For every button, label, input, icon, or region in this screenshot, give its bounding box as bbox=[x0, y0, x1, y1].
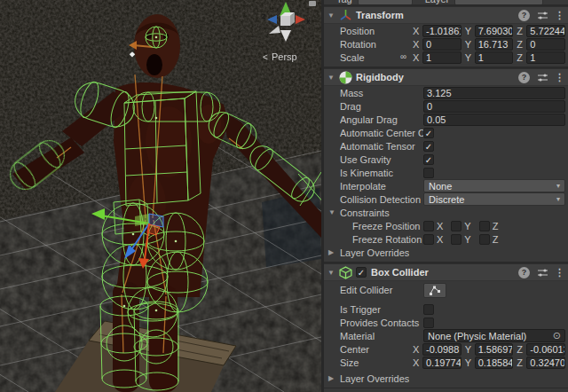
position-row: Position X-1.01861 Y7.69030 Z5.72244 bbox=[324, 24, 568, 37]
rotation-z-field[interactable]: 0 bbox=[526, 38, 565, 51]
rigidbody-header[interactable]: ▼ Rigidbody ? ⋮ bbox=[324, 68, 568, 86]
mass-row: Mass 3.125 bbox=[324, 86, 568, 99]
collision-detection-dropdown[interactable]: Discrete ▾ bbox=[423, 192, 565, 206]
is-trigger-checkbox[interactable] bbox=[423, 304, 434, 315]
edit-collider-icon bbox=[429, 285, 441, 295]
center-z-field[interactable]: -0.06013 bbox=[526, 343, 565, 356]
size-x-field[interactable]: 0.19774 bbox=[422, 357, 462, 369]
box-collider-title: Box Collider bbox=[371, 267, 429, 278]
mass-field[interactable]: 3.125 bbox=[423, 87, 565, 99]
persp-arrow-icon: < bbox=[263, 52, 268, 62]
scale-label: Scale bbox=[340, 52, 409, 63]
size-row: Size X0.19774 Y0.18584 Z0.324707 bbox=[324, 356, 568, 369]
edit-collider-button[interactable] bbox=[423, 283, 446, 298]
tag-layer-row: Tag Layer bbox=[324, 0, 568, 6]
position-label: Position bbox=[340, 26, 409, 36]
chevron-down-icon: ▾ bbox=[556, 195, 560, 203]
box-collider-header[interactable]: ▼ ✓ Box Collider ? ⋮ bbox=[324, 263, 568, 281]
menu-icon[interactable]: ⋮ bbox=[555, 72, 564, 83]
position-z-field[interactable]: 5.72244 bbox=[526, 25, 565, 37]
freeze-position-y-checkbox[interactable] bbox=[451, 221, 462, 231]
size-y-field[interactable]: 0.18584 bbox=[475, 357, 514, 369]
scale-y-field[interactable]: 1 bbox=[475, 51, 514, 64]
auto-tensor-checkbox[interactable]: ✓ bbox=[423, 141, 434, 152]
interpolate-dropdown[interactable]: None ▾ bbox=[423, 179, 565, 192]
transform-header[interactable]: ▼ Transform ? ⋮ bbox=[324, 6, 568, 24]
edit-collider-row: Edit Collider bbox=[324, 281, 568, 299]
drag-field[interactable]: 0 bbox=[423, 100, 565, 113]
box-collider-enabled-checkbox[interactable]: ✓ bbox=[356, 267, 367, 278]
use-gravity-checkbox[interactable]: ✓ bbox=[423, 154, 434, 165]
provides-contacts-checkbox[interactable] bbox=[423, 318, 434, 328]
use-gravity-row: Use Gravity ✓ bbox=[324, 153, 568, 166]
is-kinematic-row: Is Kinematic bbox=[324, 166, 568, 179]
help-icon[interactable]: ? bbox=[518, 10, 530, 21]
rigidbody-layer-overrides-foldout[interactable]: ▶ Layer Overrides bbox=[324, 246, 568, 259]
help-icon[interactable]: ? bbox=[518, 72, 530, 83]
rigidbody-icon bbox=[339, 71, 352, 84]
rotation-y-field[interactable]: 16.713 bbox=[475, 38, 514, 51]
drag-row: Drag 0 bbox=[324, 99, 568, 113]
rigidbody-foldout[interactable]: ▼ bbox=[327, 74, 339, 82]
interpolate-row: Interpolate None ▾ bbox=[324, 179, 568, 192]
chevron-down-icon: ▾ bbox=[556, 182, 560, 190]
center-row: Center X-0.0988 Y1.586974 Z-0.06013 bbox=[324, 342, 568, 356]
box-collider-foldout[interactable]: ▼ bbox=[327, 269, 339, 277]
gizmo-z-label: Z bbox=[262, 13, 266, 20]
freeze-rotation-y-checkbox[interactable] bbox=[451, 234, 462, 245]
layer-label: Layer bbox=[425, 0, 450, 4]
is-kinematic-checkbox[interactable] bbox=[423, 168, 434, 178]
material-object-field[interactable]: None (Physic Material) ⊙ bbox=[423, 329, 565, 342]
gizmo-center-cube[interactable] bbox=[280, 16, 290, 26]
menu-icon[interactable]: ⋮ bbox=[555, 10, 564, 21]
position-x-field[interactable]: -1.01861 bbox=[422, 25, 462, 37]
center-x-field[interactable]: -0.0988 bbox=[422, 343, 462, 356]
freeze-rotation-x-checkbox[interactable] bbox=[423, 234, 434, 245]
scale-z-field[interactable]: 1 bbox=[526, 51, 565, 64]
box-collider-icon bbox=[339, 266, 352, 279]
size-z-field[interactable]: 0.324707 bbox=[526, 357, 565, 369]
freeze-position-z-checkbox[interactable] bbox=[479, 221, 490, 231]
presets-icon[interactable] bbox=[537, 72, 548, 83]
unity-editor: X Z < Persp Tag Layer ▼ Transf bbox=[0, 0, 568, 392]
material-row: Material None (Physic Material) ⊙ bbox=[324, 329, 568, 342]
center-y-field[interactable]: 1.586974 bbox=[475, 343, 514, 356]
scene-view[interactable]: X Z < Persp bbox=[0, 0, 321, 392]
constraints-foldout[interactable]: ▼ Constraints bbox=[324, 206, 568, 219]
rotation-x-field[interactable]: 0 bbox=[422, 38, 462, 51]
tag-dropdown[interactable] bbox=[358, 0, 413, 5]
transform-title: Transform bbox=[356, 10, 404, 20]
menu-icon[interactable]: ⋮ bbox=[555, 267, 564, 278]
freeze-rotation-z-checkbox[interactable] bbox=[479, 234, 490, 245]
scale-x-field[interactable]: 1 bbox=[422, 51, 462, 64]
is-trigger-row: Is Trigger bbox=[324, 302, 568, 316]
object-picker-icon[interactable]: ⊙ bbox=[553, 331, 561, 341]
constrain-proportions-icon[interactable]: ∞ bbox=[400, 51, 406, 61]
presets-icon[interactable] bbox=[537, 267, 548, 278]
provides-contacts-row: Provides Contacts bbox=[324, 316, 568, 329]
box-collider-layer-overrides-foldout[interactable]: ▶ Layer Overrides bbox=[324, 372, 568, 385]
presets-icon[interactable] bbox=[537, 10, 548, 21]
transform-icon bbox=[339, 9, 352, 22]
scene-corner-icon[interactable] bbox=[309, 1, 316, 6]
auto-center-of-mass-row: Automatic Center Of Mass ✓ bbox=[324, 126, 568, 139]
angular-drag-field[interactable]: 0.05 bbox=[423, 114, 565, 126]
inspector-panel: Tag Layer ▼ Transform ? ⋮ Posit bbox=[324, 0, 568, 392]
freeze-position-x-checkbox[interactable] bbox=[423, 221, 434, 231]
rotation-label: Rotation bbox=[340, 39, 409, 50]
auto-center-of-mass-checkbox[interactable]: ✓ bbox=[423, 128, 434, 138]
freeze-position-row: Freeze Position X Y Z bbox=[324, 219, 568, 232]
persp-label[interactable]: Persp bbox=[272, 51, 297, 62]
auto-tensor-row: Automatic Tensor ✓ bbox=[324, 139, 568, 153]
angular-drag-row: Angular Drag 0.05 bbox=[324, 113, 568, 126]
tag-label: Tag bbox=[336, 0, 352, 4]
scale-row: Scale ∞ X1 Y1 Z1 bbox=[324, 51, 568, 64]
rigidbody-title: Rigidbody bbox=[356, 72, 404, 82]
gizmo-x-label: X bbox=[306, 19, 311, 25]
collision-detection-row: Collision Detection Discrete ▾ bbox=[324, 192, 568, 206]
layer-dropdown[interactable] bbox=[454, 0, 543, 5]
transform-foldout[interactable]: ▼ bbox=[327, 12, 339, 20]
rotation-row: Rotation X0 Y16.713 Z0 bbox=[324, 37, 568, 51]
help-icon[interactable]: ? bbox=[518, 267, 530, 278]
position-y-field[interactable]: 7.69030 bbox=[475, 25, 514, 37]
